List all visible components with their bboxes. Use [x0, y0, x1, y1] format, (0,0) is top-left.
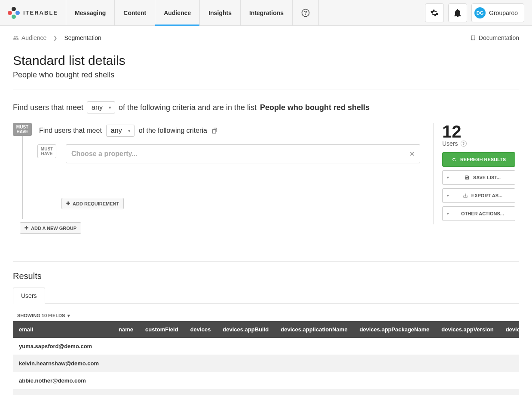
nav-items: Messaging Content Audience Insights Inte…	[66, 0, 319, 25]
breadcrumb: Audience ❯ Segmentation	[13, 34, 101, 41]
property-input[interactable]: Choose a property... ✕	[66, 144, 420, 163]
table-header-row: email name customField devices devices.a…	[13, 321, 519, 338]
audience-icon	[13, 35, 19, 41]
table-row[interactable]: yuma.sapsford@demo.com	[13, 338, 519, 355]
top-nav: ITERABLE Messaging Content Audience Insi…	[0, 0, 532, 26]
side-panel: 12 Users ? REFRESH RESULTS ▾ SAVE LIST..…	[433, 123, 519, 224]
col-appver[interactable]: devices.appVersion	[435, 321, 499, 338]
notifications-button[interactable]	[448, 3, 467, 22]
col-appname[interactable]: devices.applicationName	[275, 321, 353, 338]
settings-button[interactable]	[425, 3, 444, 22]
results-table: email name customField devices devices.a…	[13, 321, 519, 395]
logo-mark-icon	[8, 7, 20, 19]
nav-messaging[interactable]: Messaging	[66, 0, 115, 25]
col-email[interactable]: email	[13, 321, 113, 338]
col-name[interactable]: name	[113, 321, 139, 338]
tab-users[interactable]: Users	[13, 288, 45, 304]
other-actions-button[interactable]: ▾ OTHER ACTIONS...	[442, 206, 515, 221]
breadcrumb-root[interactable]: Audience	[13, 34, 46, 41]
nav-audience[interactable]: Audience	[155, 0, 200, 25]
col-devices[interactable]: devices	[184, 321, 217, 338]
nav-help[interactable]: ?	[293, 0, 319, 25]
add-requirement-button[interactable]: ✚ ADD REQUIREMENT	[61, 198, 124, 209]
col-appbuild[interactable]: devices.appBuild	[217, 321, 275, 338]
help-icon: ?	[301, 9, 310, 17]
breadcrumb-row: Audience ❯ Segmentation Documentation	[13, 26, 519, 53]
user-count: 12	[442, 123, 519, 140]
user-count-label: Users	[442, 140, 458, 147]
must-have-badge-outer: MUST HAVE	[13, 123, 32, 136]
chevron-down-icon: ▾	[447, 193, 449, 198]
breadcrumb-current: Segmentation	[64, 34, 101, 41]
svg-text:?: ?	[304, 10, 307, 16]
bell-icon	[454, 9, 462, 17]
table-row[interactable]: lorettalorna.tynewell@demo.com	[13, 389, 519, 395]
add-group-button[interactable]: ✚ ADD A NEW GROUP	[20, 222, 81, 234]
user-name: Grouparoo	[489, 9, 518, 16]
gear-icon	[430, 9, 439, 17]
refresh-icon	[452, 157, 457, 162]
col-customfield[interactable]: customField	[139, 321, 184, 338]
results-tabs: Users	[13, 287, 519, 304]
fields-toggle[interactable]: SHOWING 10 FIELDS ▾	[17, 313, 70, 318]
plus-icon: ✚	[66, 201, 70, 206]
chevron-down-icon: ▾	[67, 313, 70, 318]
page-title: Standard list details	[13, 53, 519, 68]
table-row[interactable]: abbie.nother@demo.com	[13, 372, 519, 389]
close-icon[interactable]: ✕	[410, 150, 415, 157]
match-select-outer[interactable]: any	[87, 101, 115, 113]
filter-sentence: Find users that meet any of the followin…	[13, 101, 519, 113]
refresh-results-button[interactable]: REFRESH RESULTS	[442, 152, 515, 167]
save-icon	[465, 175, 470, 180]
book-icon	[470, 35, 476, 41]
nav-insights[interactable]: Insights	[200, 0, 241, 25]
user-menu[interactable]: DG Grouparoo	[471, 3, 524, 22]
documentation-link[interactable]: Documentation	[470, 34, 519, 41]
requirement-row: MUST HAVE Choose a property... ✕	[37, 144, 420, 163]
nav-right: DG Grouparoo	[417, 0, 532, 25]
match-select-inner[interactable]: any	[106, 125, 135, 137]
copy-icon[interactable]	[211, 127, 218, 134]
avatar: DG	[474, 7, 486, 18]
export-button[interactable]: ▾ EXPORT AS...	[442, 188, 515, 203]
segment-builder: MUST HAVE Find users that meet any of th…	[13, 123, 420, 234]
help-icon[interactable]: ?	[461, 141, 467, 147]
chevron-down-icon: ▾	[447, 211, 449, 216]
content: Audience ❯ Segmentation Documentation St…	[0, 26, 532, 395]
nav-integrations[interactable]: Integrations	[241, 0, 293, 25]
save-list-button[interactable]: ▾ SAVE LIST...	[442, 170, 515, 185]
list-name: People who bought red shells	[260, 103, 370, 112]
brand-name: ITERABLE	[23, 9, 58, 16]
must-have-badge-inner: MUST HAVE	[37, 144, 56, 158]
brand-logo[interactable]: ITERABLE	[0, 0, 66, 25]
table-row[interactable]: kelvin.hearnshaw@demo.com	[13, 355, 519, 372]
plus-icon: ✚	[24, 225, 28, 231]
col-devicesde[interactable]: devices.de	[500, 321, 519, 338]
results-title: Results	[13, 271, 519, 281]
nav-content[interactable]: Content	[115, 0, 155, 25]
chevron-down-icon: ▾	[447, 175, 449, 180]
page-subtitle: People who bought red shells	[13, 70, 519, 89]
export-icon	[463, 193, 468, 198]
col-apppkg[interactable]: devices.appPackageName	[354, 321, 436, 338]
chevron-right-icon: ❯	[53, 35, 57, 41]
